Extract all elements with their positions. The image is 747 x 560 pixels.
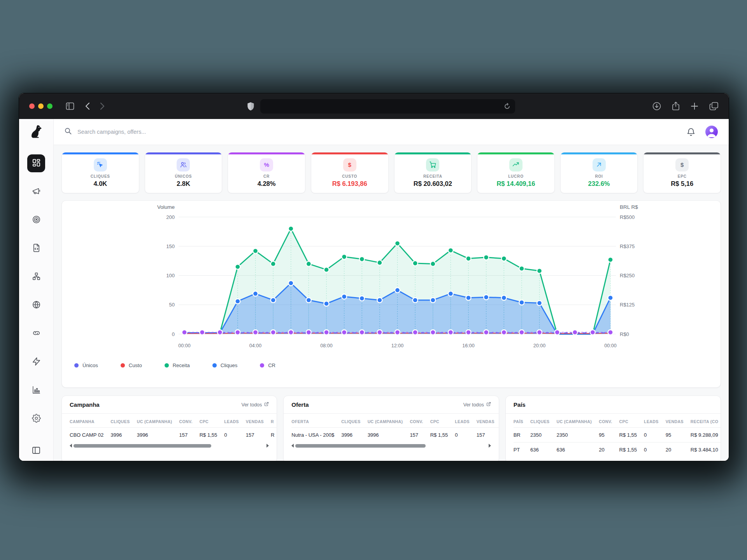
- download-icon[interactable]: [652, 102, 661, 110]
- kpi-value: 4.0K: [93, 180, 107, 187]
- svg-text:08:00: 08:00: [320, 343, 332, 348]
- table-row[interactable]: Nutra - USA - 200$39963996157R$ 1,550157: [291, 428, 498, 443]
- column-header[interactable]: LEADS: [224, 415, 246, 428]
- kpi-value: R$ 5,16: [671, 180, 693, 187]
- svg-text:50: 50: [169, 302, 175, 308]
- sidebar-item-reports[interactable]: [27, 382, 45, 399]
- new-tab-icon[interactable]: [691, 102, 698, 110]
- sidebar-item-targets[interactable]: [27, 211, 45, 229]
- scrollbar-thumb[interactable]: [74, 444, 211, 448]
- scroll-right-icon[interactable]: [489, 444, 491, 448]
- kpi-accent-bar: [228, 152, 305, 154]
- scrollbar-thumb[interactable]: [295, 444, 426, 448]
- column-header[interactable]: PAÍS: [514, 415, 530, 428]
- scrollbar-track[interactable]: [295, 444, 487, 448]
- sidebar: [19, 119, 54, 461]
- sidebar-item-landing-pages[interactable]: [27, 240, 45, 257]
- volume-brl-chart[interactable]: 0R$050R$125100R$250150R$375200R$500Volum…: [62, 201, 721, 356]
- scroll-left-icon[interactable]: [70, 444, 72, 448]
- legend-item-cr[interactable]: CR: [260, 362, 275, 368]
- dog-logo[interactable]: [19, 119, 53, 145]
- legend-item-custo[interactable]: Custo: [121, 362, 142, 368]
- column-header[interactable]: UC (CAMPANHA): [137, 415, 179, 428]
- zoom-button[interactable]: [47, 103, 53, 109]
- scroll-left-icon[interactable]: [291, 444, 294, 448]
- column-header[interactable]: CONV.: [599, 415, 619, 428]
- kpi-card-roi[interactable]: ROI232.6%: [560, 152, 638, 193]
- sidebar-item-flows[interactable]: [27, 268, 45, 286]
- column-header[interactable]: CPC: [200, 415, 224, 428]
- sidebar-item-dashboard[interactable]: [27, 154, 45, 172]
- url-bar[interactable]: [260, 99, 515, 114]
- shield-icon[interactable]: [247, 102, 254, 111]
- kpi-card-custo[interactable]: $CUSTOR$ 6.193,86: [311, 152, 389, 193]
- column-header[interactable]: UC (CAMPANHA): [368, 415, 410, 428]
- svg-text:00:00: 00:00: [178, 343, 190, 348]
- column-header[interactable]: VENDAS: [246, 415, 271, 428]
- kpi-card-cliques[interactable]: CLIQUES4.0K: [61, 152, 139, 193]
- scroll-right-icon[interactable]: [267, 444, 269, 448]
- forward-icon[interactable]: [100, 102, 105, 110]
- table-row[interactable]: BR2350235095R$ 1,55095R$ 9.288,09: [514, 428, 721, 443]
- column-header[interactable]: CLIQUES: [341, 415, 367, 428]
- horizontal-scrollbar[interactable]: [291, 443, 491, 448]
- external-link-icon: [264, 402, 269, 408]
- column-header[interactable]: LEADS: [455, 415, 477, 428]
- back-icon[interactable]: [85, 102, 90, 110]
- ver-todos-link[interactable]: Ver todos: [463, 402, 491, 408]
- table-title: Campanha: [70, 401, 100, 408]
- tab-overview-icon[interactable]: [709, 102, 719, 110]
- share-icon[interactable]: [672, 102, 680, 111]
- column-header[interactable]: LEADS: [644, 415, 666, 428]
- panel-left-icon[interactable]: [32, 446, 40, 455]
- column-header[interactable]: RECEITA (CO: [691, 415, 721, 428]
- table-cell: 157: [477, 428, 499, 443]
- user-avatar[interactable]: [705, 126, 718, 138]
- table-row[interactable]: CBO CAMP 0239963996157R$ 1,550157R: [70, 428, 277, 443]
- table-row[interactable]: PT63663620R$ 1,55020R$ 3.484,10: [514, 443, 721, 457]
- sidebar-toggle-icon[interactable]: [66, 102, 74, 110]
- minimize-button[interactable]: [38, 103, 44, 109]
- column-header[interactable]: OFERTA: [291, 415, 341, 428]
- kpi-card-lucro[interactable]: LUCROR$ 14.409,16: [477, 152, 555, 193]
- reload-icon[interactable]: [504, 103, 510, 110]
- kpi-card-epc[interactable]: $EPCR$ 5,16: [643, 152, 721, 193]
- legend-item-únicos[interactable]: Únicos: [74, 362, 98, 368]
- column-header[interactable]: CLIQUES: [530, 415, 556, 428]
- bell-icon[interactable]: [687, 128, 695, 136]
- chart-card: 0R$050R$125100R$250150R$375200R$500Volum…: [61, 200, 721, 388]
- column-header[interactable]: CONV.: [179, 415, 199, 428]
- kpi-accent-bar: [395, 152, 472, 154]
- table-card-campanha: CampanhaVer todosCAMPANHACLIQUESUC (CAMP…: [61, 396, 277, 461]
- sidebar-item-settings[interactable]: [27, 410, 45, 428]
- column-header[interactable]: R: [271, 415, 277, 428]
- legend-item-cliques[interactable]: Cliques: [212, 362, 237, 368]
- global-search[interactable]: [65, 128, 687, 136]
- column-header[interactable]: CAMPANHA: [70, 415, 110, 428]
- sidebar-item-campaigns[interactable]: [27, 183, 45, 201]
- ver-todos-link[interactable]: Ver todos: [242, 402, 269, 408]
- close-button[interactable]: [29, 103, 35, 109]
- external-link-icon: [486, 402, 491, 408]
- scrollbar-track[interactable]: [74, 444, 265, 448]
- sidebar-item-links[interactable]: [27, 325, 45, 343]
- column-header[interactable]: VENDAS: [477, 415, 499, 428]
- column-header[interactable]: CPC: [430, 415, 455, 428]
- sidebar-item-domains[interactable]: [27, 296, 45, 314]
- horizontal-scrollbar[interactable]: [70, 443, 269, 448]
- kpi-card-cr[interactable]: %CR4.28%: [228, 152, 305, 193]
- column-header[interactable]: VENDAS: [666, 415, 691, 428]
- kpi-card-receita[interactable]: RECEITAR$ 20.603,02: [394, 152, 472, 193]
- column-header[interactable]: CPC: [619, 415, 644, 428]
- table-title: País: [514, 401, 526, 408]
- kpi-accent-bar: [477, 152, 554, 154]
- ver-todos-label: Ver todos: [242, 402, 262, 408]
- kpi-card-únicos[interactable]: ÚNICOS2.8K: [145, 152, 223, 193]
- column-header[interactable]: CONV.: [410, 415, 430, 428]
- sidebar-item-automation[interactable]: [27, 353, 45, 371]
- column-header[interactable]: UC (CAMPANHA): [556, 415, 599, 428]
- column-header[interactable]: CLIQUES: [110, 415, 137, 428]
- legend-item-receita[interactable]: Receita: [165, 362, 190, 368]
- kpi-label: CR: [263, 174, 270, 178]
- search-input[interactable]: [77, 128, 242, 135]
